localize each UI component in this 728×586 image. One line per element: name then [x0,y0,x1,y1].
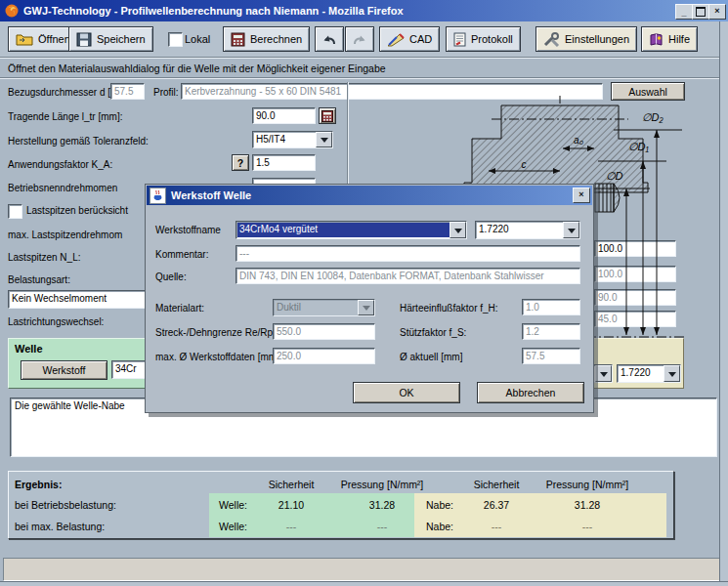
nabe-number-select[interactable]: 1.7220 [617,364,681,383]
document-icon [453,32,466,47]
window-titlebar: GWJ-Technology - Profilwellenberechnung … [0,0,728,21]
calculate-button[interactable]: Berechnen [223,26,310,52]
dialog-title: Werkstoff Welle [171,189,251,201]
dim-d1-label: ∅D₁ [628,141,650,152]
redo-button[interactable] [345,26,374,52]
welle-werkstoff-button[interactable]: Werkstoff [21,360,107,380]
load-peaks-n-label: Lastspitzen N_L: [8,252,81,263]
settings-button[interactable]: Einstellungen [535,26,637,52]
ok-button[interactable]: OK [353,382,460,403]
info-text: Öffnet den Materialauswahldialog für die… [8,63,386,74]
supporting-length-label: Tragende Länge l_tr [mm]: [8,111,122,122]
results-panel: Ergebnis: Sicherheit Pressung [N/mm²] Si… [8,471,674,539]
cancel-label: Abbrechen [506,387,556,398]
source-label: Quelle: [155,272,187,282]
chevron-down-icon [664,365,680,382]
dialog-titlebar: Werkstoff Welle [147,186,592,205]
book-icon [649,32,664,47]
material-number-select[interactable]: 1.7220 [475,221,580,239]
help-label: Hilfe [668,33,690,45]
application-factor-label: Anwendungsfaktor K_A: [8,159,112,170]
material-type-label: Materialart: [155,303,204,314]
close-icon: × [714,6,719,16]
calculate-label: Berechnen [250,33,302,45]
load-type-select[interactable]: Kein Wechselmoment [8,290,166,309]
col-header-pressung-nabe: Pressung [N/mm²] [519,479,656,490]
save-label: Speichern [97,33,146,45]
info-divider [0,77,728,79]
yield-strength-field: 550.0 [273,323,375,340]
open-label: Öffnen [38,33,70,45]
supporting-length-calc-button[interactable] [319,107,336,124]
local-checkbox[interactable] [168,32,183,47]
hardness-factor-field: 1.0 [522,299,580,315]
nabe-pressung-value: --- [519,521,656,532]
chevron-down-icon [358,300,374,315]
protocol-button[interactable]: Protokoll [446,26,521,52]
welle-werkstoff-label: Werkstoff [43,364,86,376]
ok-label: OK [399,387,413,398]
application-factor-help-button[interactable]: ? [232,154,249,171]
close-button[interactable]: × [708,4,726,20]
java-icon [150,188,166,204]
tolerance-label: Herstellung gemäß Toleranzfeld: [8,136,149,146]
toolbar-divider [0,57,728,59]
source-field: DIN 743, DIN EN 10084, Datenbank FORMAT,… [236,268,580,284]
undo-icon [321,33,337,46]
support-factor-label: Stützfaktor f_S: [400,327,466,338]
folder-open-icon [16,32,33,47]
note-text: Die gewählte Welle-Nabe [15,400,125,411]
cad-button[interactable]: CAD [379,26,440,52]
results-title: Ergebnis: [15,479,62,490]
minimize-button[interactable]: _ [675,4,693,20]
window-title: GWJ-Technology - Profilwellenberechnung … [23,5,404,17]
dim-d2-label: ∅D₂ [642,111,664,123]
max-diameter-field: 250.0 [273,348,375,364]
chevron-down-icon [450,222,466,238]
nabe-pressung-value: 31.28 [519,499,656,511]
help-button[interactable]: Hilfe [641,26,698,52]
supporting-length-field[interactable]: 90.0 [252,107,316,124]
dialog-close-button[interactable]: × [573,188,590,203]
tools-icon [543,32,560,47]
maximize-button[interactable] [692,4,709,20]
reference-diameter-field: 57.5 [110,83,145,100]
profile-label: Profil: [153,87,179,98]
window-edge-right [719,21,728,586]
current-diameter-field: 57.5 [522,348,580,364]
load-direction-label: Lastrichtungswechsel: [8,316,104,327]
werkstoff-dialog: Werkstoff Welle × Werkstoffname 34CrMo4 … [145,184,594,413]
results-row-label: bei max. Belastung: [15,521,105,532]
application-window: GWJ-Technology - Profilwellenberechnung … [0,0,728,586]
close-icon: × [578,189,583,199]
support-factor-field: 1.2 [522,323,580,340]
protocol-label: Protokoll [471,33,513,45]
tolerance-select[interactable]: H5/IT4 [252,131,333,148]
max-peak-torque-label: max. Lastspitzendrehmom [8,230,122,240]
material-name-select[interactable]: 34CrMo4 vergütet [236,221,467,239]
dim-a0-label: a₀ [574,135,583,146]
minimize-icon: _ [681,8,686,18]
load-peaks-checkbox[interactable] [8,204,22,219]
cancel-button[interactable]: Abbrechen [477,382,584,403]
max-diameter-label: max. Ø Werkstoffdaten [mm] [155,352,279,362]
dim-d-label: ∅D [606,170,623,182]
material-name-label: Werkstoffname [155,225,221,235]
application-factor-field[interactable]: 1.5 [252,154,316,171]
yield-strength-label: Streck-/Dehngrenze Re/Rp0.2: [155,327,289,338]
save-button[interactable]: Speichern [68,26,153,52]
undo-button[interactable] [315,26,344,52]
hardness-factor-label: Härteeinflußfaktor f_H: [400,303,498,314]
floppy-disk-icon [76,32,92,47]
cad-label: CAD [409,33,432,45]
redo-icon [352,33,367,46]
load-type-label: Belastungsart: [8,274,70,285]
firefox-icon [5,4,19,18]
toolbar: Öffnen Speichern Lokal Berechnen CAD Pro… [0,21,728,57]
current-diameter-label: Ø aktuell [mm] [400,352,462,362]
comment-field: --- [236,245,580,262]
welle-section-title: Welle [15,343,43,355]
results-row-label: bei Betriebsbelastung: [15,499,116,511]
maximize-icon [696,7,706,17]
dim-c-label: c [522,159,527,170]
